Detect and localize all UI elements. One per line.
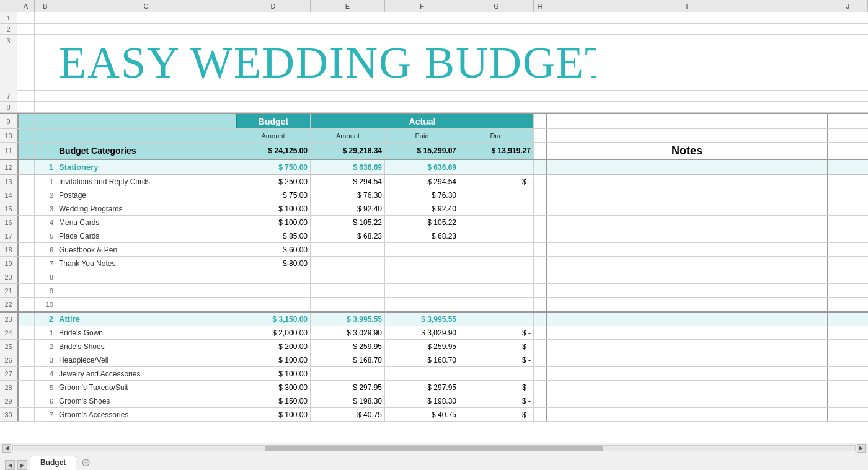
row-11-summary: 11 Budget Categories $ 24,125.00 $ 29,21… bbox=[0, 143, 868, 160]
row-19: 19 7 Thank You Notes $ 80.00 bbox=[0, 257, 868, 270]
row-12-stationery: 12 1 Stationery $ 750.00 $ 636.69 $ 636.… bbox=[0, 160, 868, 175]
summary-actual-amount: $ 29,218.34 bbox=[311, 143, 385, 159]
add-sheet-button[interactable]: ⊕ bbox=[78, 455, 94, 470]
row-num-header bbox=[0, 0, 17, 12]
row-26: 26 3 Headpiece/Veil $ 100.00 $ 168.70 $ … bbox=[0, 353, 868, 367]
col-b-header: B bbox=[35, 0, 56, 12]
scroll-thumb[interactable] bbox=[265, 446, 602, 451]
spreadsheet: A B C D E F G H I J 1 2 3 EASY bbox=[0, 0, 868, 470]
row-24: 24 1 Bride's Gown $ 2,000.00 $ 3,029.90 … bbox=[0, 326, 868, 340]
scroll-left-arrow[interactable]: ◀ bbox=[2, 444, 11, 453]
budget-header: Budget bbox=[236, 114, 311, 128]
row-9-header: 9 Budget Actual bbox=[0, 113, 868, 129]
col-d-header: D bbox=[236, 0, 311, 12]
row-25: 25 2 Bride's Shoes $ 200.00 $ 259.95 $ 2… bbox=[0, 340, 868, 353]
row-1: 1 bbox=[0, 12, 868, 24]
item-invitations: Invitations and Reply Cards bbox=[56, 175, 236, 188]
col-a-header: A bbox=[17, 0, 35, 12]
summary-due: $ 13,919.27 bbox=[459, 143, 534, 159]
col-e-header: E bbox=[311, 0, 385, 12]
col-i-header: I bbox=[546, 0, 828, 12]
stationery-paid: $ 636.69 bbox=[385, 160, 459, 174]
col-c-header: C bbox=[56, 0, 236, 12]
row-7: 7 bbox=[0, 91, 868, 102]
row-30: 30 7 Groom's Accessories $ 100.00 $ 40.7… bbox=[0, 408, 868, 422]
due-header: Due bbox=[459, 129, 534, 142]
row-23-attire: 23 2 Attire $ 3,150.00 $ 3,995.55 $ 3,99… bbox=[0, 311, 868, 326]
attire-actual: $ 3,995.55 bbox=[311, 313, 385, 326]
row-21: 21 9 bbox=[0, 284, 868, 298]
row-8: 8 bbox=[0, 102, 868, 113]
row-29: 29 6 Groom's Shoes $ 150.00 $ 198.30 $ 1… bbox=[0, 394, 868, 408]
row-18: 18 6 Guestbook & Pen $ 60.00 bbox=[0, 243, 868, 257]
stationery-actual: $ 636.69 bbox=[311, 160, 385, 174]
row-15: 15 3 Wedding Programs $ 100.00 $ 92.40 $… bbox=[0, 202, 868, 216]
budget-amount-header: Amount bbox=[236, 129, 311, 142]
row-14: 14 2 Postage $ 75.00 $ 76.30 $ 76.30 bbox=[0, 188, 868, 202]
actual-amount-header: Amount bbox=[311, 129, 385, 142]
actual-header: Actual bbox=[311, 114, 534, 128]
col-h-header: H bbox=[534, 0, 546, 12]
scroll-right-arrow[interactable]: ▶ bbox=[857, 444, 866, 453]
tab-scroll-left[interactable]: ◀ bbox=[5, 460, 15, 470]
row-20: 20 8 bbox=[0, 270, 868, 284]
row-22: 22 10 bbox=[0, 298, 868, 311]
row-17: 17 5 Place Cards $ 85.00 $ 68.23 $ 68.23 bbox=[0, 229, 868, 243]
row-28: 28 5 Groom's Tuxedo/Suit $ 300.00 $ 297.… bbox=[0, 381, 868, 394]
col-j-header: J bbox=[828, 0, 868, 12]
summary-budget-amount: $ 24,125.00 bbox=[236, 143, 311, 159]
tab-bar: ◀ ▶ Budget ⊕ bbox=[0, 453, 868, 470]
col-f-header: F bbox=[385, 0, 459, 12]
row-2: 2 bbox=[0, 24, 868, 35]
attire-budget: $ 3,150.00 bbox=[236, 313, 311, 326]
row-13: 13 1 Invitations and Reply Cards $ 250.0… bbox=[0, 175, 868, 188]
attire-name: Attire bbox=[56, 313, 236, 326]
stationery-name: Stationery bbox=[56, 160, 236, 174]
row-10-subheader: 10 Amount Amount Paid Due bbox=[0, 129, 868, 143]
stationery-budget: $ 750.00 bbox=[236, 160, 311, 174]
scroll-track[interactable] bbox=[12, 445, 856, 451]
tab-scroll-right[interactable]: ▶ bbox=[17, 460, 27, 470]
budget-categories-label: Budget Categories bbox=[56, 143, 236, 159]
row-27: 27 4 Jewelry and Accessories $ 100.00 bbox=[0, 367, 868, 381]
budget-tab[interactable]: Budget bbox=[30, 456, 76, 470]
notes-header: Notes bbox=[546, 143, 828, 159]
main-title: EASY WEDDING BUDGET bbox=[56, 35, 596, 91]
horizontal-scrollbar[interactable]: ◀ ▶ bbox=[0, 443, 868, 453]
row-16: 16 4 Menu Cards $ 100.00 $ 105.22 $ 105.… bbox=[0, 216, 868, 229]
column-headers: A B C D E F G H I J bbox=[0, 0, 868, 12]
row-3-title: 3 EASY WEDDING BUDGET bbox=[0, 35, 868, 91]
paid-header: Paid bbox=[385, 129, 459, 142]
stationery-num: 1 bbox=[35, 160, 56, 174]
attire-paid: $ 3,995.55 bbox=[385, 313, 459, 326]
sheet-body: 1 2 3 EASY WEDDING BUDGET 7 8 bbox=[0, 12, 868, 443]
attire-num: 2 bbox=[35, 313, 56, 326]
col-g-header: G bbox=[459, 0, 534, 12]
summary-paid: $ 15,299.07 bbox=[385, 143, 459, 159]
